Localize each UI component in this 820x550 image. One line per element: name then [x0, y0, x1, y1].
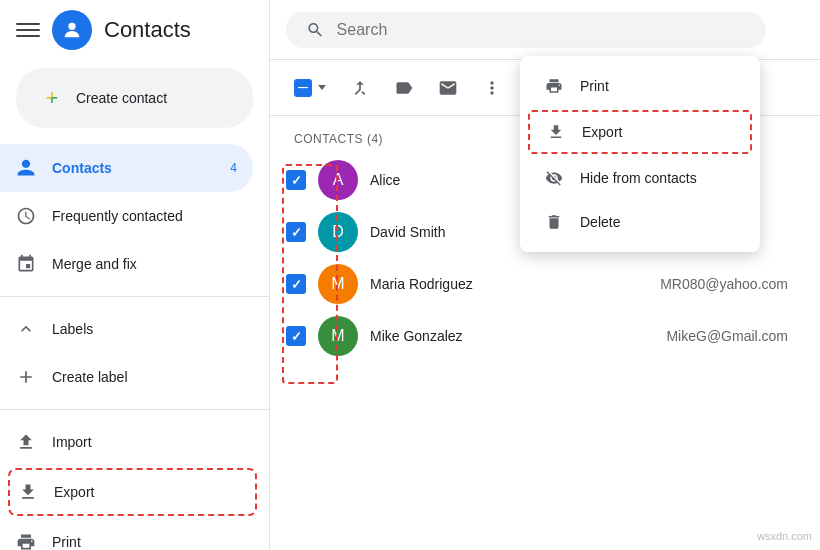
- search-input[interactable]: [337, 21, 746, 39]
- nav-divider-2: [0, 409, 269, 410]
- topbar: [270, 0, 820, 60]
- menu-item-delete[interactable]: Delete: [520, 200, 760, 244]
- contacts-badge: 4: [230, 161, 237, 175]
- sidebar: Contacts Create contact Contacts 4 Frequ: [0, 0, 270, 550]
- export-menu-icon: [546, 122, 566, 142]
- sidebar-item-import[interactable]: Import: [0, 418, 253, 466]
- contacts-icon: [16, 158, 36, 178]
- sidebar-item-print[interactable]: Print: [0, 518, 253, 550]
- select-all-checkbox: [294, 79, 312, 97]
- menu-export-label: Export: [582, 124, 622, 140]
- table-row[interactable]: M Mike Gonzalez MikeG@Gmail.com: [270, 310, 820, 362]
- avatar: D: [318, 212, 358, 252]
- create-contact-icon: [40, 86, 64, 110]
- avatar: M: [318, 264, 358, 304]
- avatar: A: [318, 160, 358, 200]
- chevron-up-icon: [16, 319, 36, 339]
- chevron-down-icon: [318, 85, 326, 90]
- menu-delete-label: Delete: [580, 214, 620, 230]
- merge-icon: [16, 254, 36, 274]
- avatar: M: [318, 316, 358, 356]
- create-label-nav-label: Create label: [52, 369, 128, 385]
- hamburger-menu-icon[interactable]: [16, 18, 40, 42]
- contact-name: Maria Rodriguez: [370, 276, 648, 292]
- sidebar-item-frequently[interactable]: Frequently contacted: [0, 192, 253, 240]
- search-box[interactable]: [286, 12, 766, 48]
- contact-email: MikeG@Gmail.com: [666, 328, 788, 344]
- create-contact-label: Create contact: [76, 90, 167, 106]
- svg-point-0: [68, 23, 75, 30]
- select-all-button[interactable]: [286, 75, 334, 101]
- sidebar-item-create-label[interactable]: Create label: [0, 353, 253, 401]
- create-contact-button[interactable]: Create contact: [16, 68, 253, 128]
- contact-checkbox-maria[interactable]: [286, 274, 306, 294]
- sidebar-item-contacts[interactable]: Contacts 4: [0, 144, 253, 192]
- menu-print-label: Print: [580, 78, 609, 94]
- menu-item-export[interactable]: Export: [528, 110, 752, 154]
- merge-nav-label: Merge and fix: [52, 256, 137, 272]
- sidebar-item-export[interactable]: Export: [8, 468, 257, 516]
- import-nav-label: Import: [52, 434, 92, 450]
- app-title: Contacts: [104, 17, 191, 43]
- contact-checkbox-david[interactable]: [286, 222, 306, 242]
- frequently-nav-label: Frequently contacted: [52, 208, 183, 224]
- search-icon: [306, 20, 325, 40]
- nav-divider-1: [0, 296, 269, 297]
- export-icon: [18, 482, 38, 502]
- print-icon: [16, 532, 36, 550]
- sidebar-header: Contacts: [0, 0, 269, 60]
- contacts-nav-label: Contacts: [52, 160, 112, 176]
- menu-item-print[interactable]: Print: [520, 64, 760, 108]
- export-nav-label: Export: [54, 484, 94, 500]
- contact-name: Mike Gonzalez: [370, 328, 654, 344]
- print-menu-icon: [544, 76, 564, 96]
- delete-menu-icon: [544, 212, 564, 232]
- main-content: CONTACTS (4) A Alice D David Smith M Mar…: [270, 0, 820, 550]
- plus-icon: [16, 367, 36, 387]
- sidebar-item-merge[interactable]: Merge and fix: [0, 240, 253, 288]
- merge-button[interactable]: [342, 70, 378, 106]
- menu-item-hide[interactable]: Hide from contacts: [520, 156, 760, 200]
- hide-menu-icon: [544, 168, 564, 188]
- contact-checkbox-mike[interactable]: [286, 326, 306, 346]
- print-nav-label: Print: [52, 534, 81, 550]
- import-icon: [16, 432, 36, 452]
- clock-icon: [16, 206, 36, 226]
- label-button[interactable]: [386, 70, 422, 106]
- sidebar-item-labels[interactable]: Labels: [0, 305, 253, 353]
- email-button[interactable]: [430, 70, 466, 106]
- context-menu: Print Export Hide from contacts: [520, 56, 760, 252]
- menu-hide-label: Hide from contacts: [580, 170, 697, 186]
- labels-nav-label: Labels: [52, 321, 93, 337]
- app-logo-icon: [52, 10, 92, 50]
- watermark: wsxdn.com: [757, 530, 812, 542]
- contact-checkbox-alice[interactable]: [286, 170, 306, 190]
- nav-section: Contacts 4 Frequently contacted Merge an…: [0, 144, 269, 550]
- contact-email: MR080@yahoo.com: [660, 276, 788, 292]
- more-options-button[interactable]: [474, 70, 510, 106]
- table-row[interactable]: M Maria Rodriguez MR080@yahoo.com: [270, 258, 820, 310]
